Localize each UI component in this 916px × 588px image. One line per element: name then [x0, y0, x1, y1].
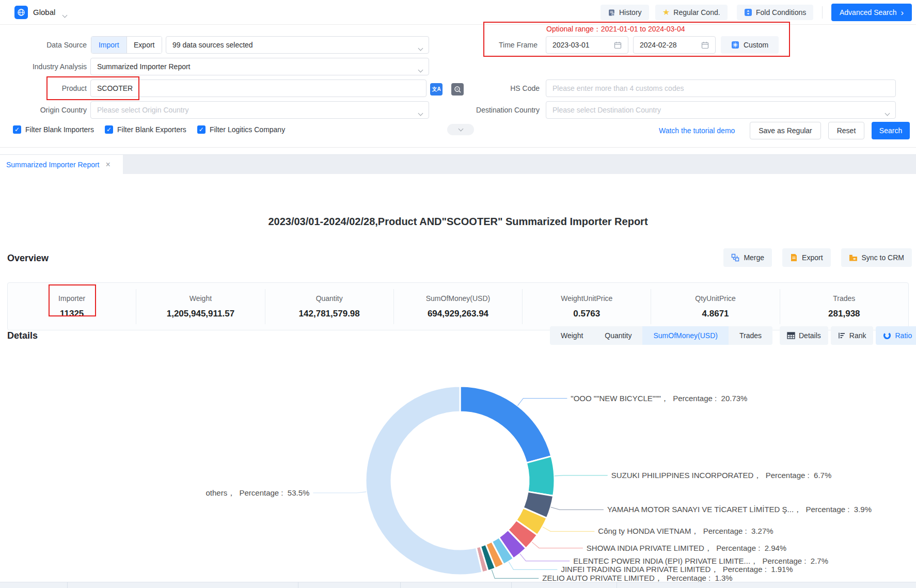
view-tab-details[interactable]: Details	[780, 326, 828, 345]
date-from-input[interactable]: 2023-03-01	[546, 36, 628, 54]
reset-button[interactable]: Reset	[828, 122, 864, 139]
donut-segment[interactable]	[526, 456, 555, 496]
merge-icon	[731, 253, 739, 262]
import-tab[interactable]: Import	[91, 37, 127, 53]
origin-country-select[interactable]: Please select Origin Country	[90, 101, 429, 119]
stat-qtyunitprice: QtyUnitPrice4.8671	[651, 289, 779, 324]
industry-analysis-select[interactable]: Summarized Importer Report	[90, 58, 429, 75]
stat-label: WeightUnitPrice	[523, 294, 651, 303]
stat-weight: Weight1,205,945,911.57	[136, 289, 264, 324]
donut-segment-label: YAMAHA MOTOR SANAYI VE TİCARET LİMİTED Ş…	[607, 505, 872, 514]
export-label: Export	[802, 253, 823, 262]
label-leader-line	[551, 507, 604, 510]
donut-segment[interactable]	[460, 386, 551, 463]
divider	[0, 147, 916, 148]
donut-segment[interactable]	[366, 386, 482, 575]
stat-label: Trades	[780, 294, 908, 303]
chevron-down-icon	[419, 43, 422, 52]
filter-checkbox[interactable]: ✓Filter Blank Exporters	[105, 125, 186, 134]
date-from-value: 2023-03-01	[552, 41, 590, 49]
stat-quantity: Quantity142,781,579.98	[265, 289, 393, 324]
details-table-icon	[787, 332, 795, 339]
origin-country-label: Origin Country	[14, 106, 87, 114]
view-tab-ratio[interactable]: Ratio	[876, 326, 916, 345]
time-frame-label: Time Frame	[465, 41, 538, 49]
custom-icon	[731, 41, 739, 49]
tutorial-link[interactable]: Watch the tutorial demo	[659, 126, 735, 135]
filter-checkbox-row: ✓Filter Blank Importers✓Filter Blank Exp…	[13, 125, 285, 134]
overview-stats-card: Importer11325Weight1,205,945,911.57Quant…	[7, 282, 909, 330]
label-leader-line	[520, 554, 570, 561]
history-button[interactable]: History	[601, 5, 649, 20]
label-leader-line	[313, 492, 366, 493]
save-as-regular-button[interactable]: Save as Regular	[750, 122, 821, 139]
filter-checkbox[interactable]: ✓Filter Logitics Company	[197, 125, 285, 134]
export-tab[interactable]: Export	[127, 37, 162, 53]
metric-tabs: WeightQuantitySumOfMoney(USD)Trades	[550, 326, 772, 345]
industry-analysis-label: Industry Analysis	[14, 62, 87, 71]
sync-to-crm-label: Sync to CRM	[862, 253, 904, 262]
donut-segment-label: SUZUKI PHILIPPINES INCORPORATED， Percent…	[611, 471, 832, 480]
filter-checkbox[interactable]: ✓Filter Blank Importers	[13, 125, 94, 134]
data-sources-select[interactable]: 99 data sources selected	[166, 36, 429, 54]
chevron-down-icon	[419, 108, 422, 117]
view-tab-label: Rank	[849, 331, 866, 340]
metric-tab-quantity[interactable]: Quantity	[594, 326, 642, 345]
donut-segment-label: SHOWA INDIA PRIVATE LIMITED， Percentage …	[587, 544, 786, 552]
close-icon[interactable]: ×	[106, 160, 110, 169]
metric-tab-trades[interactable]: Trades	[729, 326, 772, 345]
advanced-search-button[interactable]: Advanced Search ›	[831, 4, 912, 21]
sync-crm-icon	[849, 254, 858, 262]
merge-label: Merge	[744, 253, 764, 262]
fold-conditions-label: Fold Conditions	[756, 8, 806, 17]
view-tab-label: Details	[799, 331, 821, 340]
overview-heading: Overview	[7, 253, 49, 264]
metric-tab-sumofmoney-usd-[interactable]: SumOfMoney(USD)	[642, 326, 728, 345]
donut-segment-label: others， Percentage : 53.5%	[206, 488, 309, 497]
fold-conditions-button[interactable]: Fold Conditions	[737, 5, 813, 20]
date-to-value: 2024-02-28	[640, 41, 677, 49]
donut-segment-label: ZELIO AUTO PRIVATE LIMITED， Percentage :…	[542, 574, 732, 582]
advanced-search-label: Advanced Search	[840, 8, 897, 17]
tab-summarized-importer-report[interactable]: Summarized Importer Report ×	[0, 155, 123, 174]
data-source-label: Data Source	[14, 41, 87, 49]
label-leader-line	[543, 527, 595, 531]
divider	[822, 6, 823, 19]
fuzzy-search-icon[interactable]	[451, 83, 464, 96]
destination-country-select[interactable]: Please select Destination Country	[546, 101, 896, 119]
label-leader-line	[492, 569, 539, 578]
view-tab-rank[interactable]: Rank	[831, 326, 874, 345]
data-source-toggle: Import Export	[91, 36, 162, 54]
donut-segment-label: ELENTEC POWER INDIA (EPI) PRIVATE LIMITE…	[573, 557, 828, 565]
stat-label: SumOfMoney(USD)	[394, 294, 522, 303]
checkbox-checked-icon[interactable]: ✓	[105, 125, 113, 134]
stat-weightunitprice: WeightUnitPrice0.5763	[522, 289, 651, 324]
destination-country-label: Destination Country	[467, 106, 540, 114]
date-to-input[interactable]: 2024-02-28	[633, 36, 716, 54]
custom-label: Custom	[744, 41, 768, 49]
checkbox-checked-icon[interactable]: ✓	[197, 125, 206, 134]
chevron-down-icon[interactable]	[63, 10, 67, 19]
regular-cond-button[interactable]: ★ Regular Cond.	[655, 5, 728, 20]
export-button[interactable]: Export	[782, 248, 830, 267]
chevron-right-icon: ›	[901, 8, 904, 17]
checkbox-checked-icon[interactable]: ✓	[13, 125, 21, 134]
merge-button[interactable]: Merge	[723, 248, 772, 267]
sync-to-crm-button[interactable]: Sync to CRM	[841, 248, 912, 267]
translate-icon[interactable]: 文A	[430, 83, 443, 96]
search-button[interactable]: Search	[872, 122, 910, 139]
expand-conditions-button[interactable]	[447, 124, 474, 135]
optional-range-note: Optional range：2021-01-01 to 2024-03-04	[546, 25, 685, 34]
product-value: SCOOTER	[97, 84, 133, 92]
star-icon: ★	[662, 8, 670, 17]
custom-range-button[interactable]: Custom	[721, 36, 779, 54]
stat-label: Importer	[8, 294, 136, 303]
regular-cond-label: Regular Cond.	[673, 8, 720, 17]
product-input[interactable]: SCOOTER	[90, 80, 427, 97]
checkbox-label: Filter Logitics Company	[210, 125, 285, 134]
region-selector[interactable]: Global	[33, 8, 55, 17]
stat-trades: Trades281,938	[780, 289, 908, 324]
metric-tab-weight[interactable]: Weight	[550, 326, 594, 345]
hs-code-input[interactable]: Please enter more than 4 customs codes	[546, 80, 896, 97]
globe-icon	[14, 6, 28, 19]
